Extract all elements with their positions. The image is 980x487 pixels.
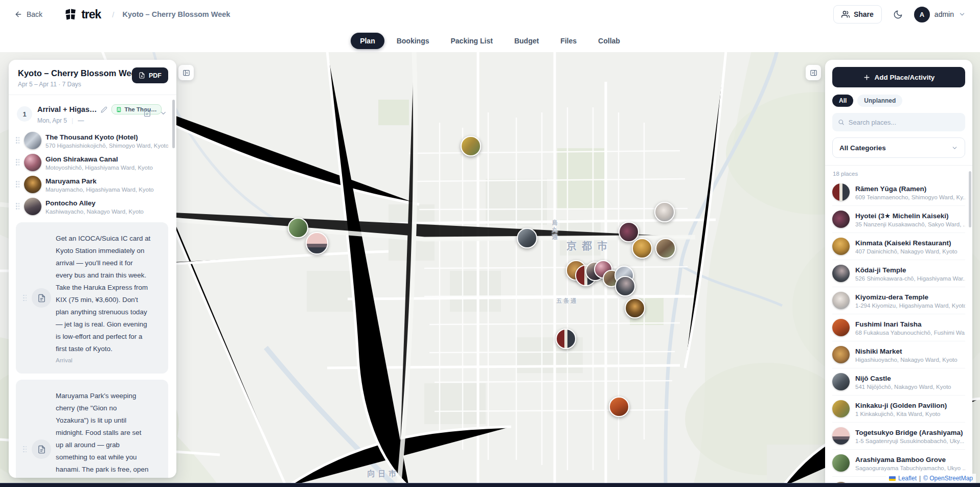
map-photo-marker[interactable] — [625, 298, 645, 318]
plus-icon — [863, 74, 871, 81]
itinerary-panel: Kyoto – Cherry Blossom Week Apr 5 – Apr … — [9, 60, 176, 478]
drag-handle-icon[interactable] — [16, 181, 20, 188]
collapse-left-panel-button[interactable] — [178, 65, 194, 80]
tab-files[interactable]: Files — [551, 33, 586, 49]
map-photo-marker[interactable] — [655, 238, 676, 259]
place-photo-thumb — [832, 211, 850, 228]
places-list-item[interactable]: Kinkaku-ji (Golden Pavilion) 1 Kinkakuji… — [832, 396, 965, 423]
chevron-down-icon — [951, 145, 958, 151]
file-download-icon — [139, 72, 145, 79]
map-photo-marker[interactable] — [556, 329, 576, 349]
drag-handle-icon[interactable] — [23, 295, 27, 302]
category-select[interactable]: All Categories — [832, 137, 965, 158]
map-photo-marker[interactable] — [517, 228, 537, 248]
tab-plan[interactable]: Plan — [351, 33, 384, 49]
chevron-down-icon — [959, 11, 966, 18]
openstreetmap-link[interactable]: © OpenStreetMap — [923, 475, 973, 482]
places-list-item[interactable]: Kōdai-ji Temple 526 Shimokawara-chō, Hig… — [832, 260, 965, 287]
places-scrollbar[interactable] — [969, 171, 971, 227]
theme-toggle-button[interactable] — [893, 10, 903, 19]
note-tag: Arrival — [56, 357, 151, 363]
search-input[interactable] — [849, 119, 960, 126]
place-address: 35 Nanzenji Kusakawachō, Sakyo Ward, ... — [855, 221, 965, 227]
edit-pencil-icon[interactable] — [101, 106, 107, 113]
note-file-icon — [32, 288, 51, 308]
panel-right-collapse-icon — [810, 69, 817, 77]
day-separator: | — [72, 117, 73, 124]
place-photo-thumb — [832, 319, 850, 336]
itinerary-scroll-area[interactable]: 1 Arrival + Higas… The Thou… Mon, Apr 5 … — [9, 95, 176, 478]
itinerary-place-row[interactable]: Gion Shirakawa Canal Motoyoshichō, Higas… — [15, 151, 169, 173]
moon-icon — [893, 10, 903, 19]
ukraine-flag-icon — [889, 476, 896, 481]
place-address: 1-294 Kiyomizu, Higashiyama Ward, Kyoto — [855, 303, 965, 309]
place-photo-thumb — [832, 373, 850, 390]
filter-all[interactable]: All — [832, 95, 853, 107]
map-photo-marker[interactable] — [461, 136, 481, 156]
bottom-window-edge — [0, 483, 980, 487]
itinerary-place-row[interactable]: Maruyama Park Maruyamacho, Higashiyama W… — [15, 173, 169, 195]
drag-handle-icon[interactable] — [16, 137, 20, 144]
place-name: Fushimi Inari Taisha — [855, 320, 922, 328]
map-photo-marker[interactable] — [288, 218, 308, 238]
place-name: Pontocho Alley — [45, 199, 96, 207]
map-photo-marker[interactable] — [306, 232, 328, 254]
leaflet-link[interactable]: Leaflet — [898, 475, 917, 482]
places-list-item[interactable]: Hyotei (3★ Michelin Kaiseki) 35 Nanzenji… — [832, 206, 965, 233]
places-list-item[interactable]: Nishiki Market Higashiuoyacho, Nakagyo W… — [832, 341, 965, 368]
filter-unplanned[interactable]: Unplanned — [857, 95, 902, 107]
place-photo-thumb — [24, 176, 41, 193]
place-address: 570 Higashishiokojichō, Shimogyo Ward, K… — [45, 143, 168, 149]
share-button[interactable]: Share — [833, 5, 882, 24]
collapse-right-panel-button[interactable] — [806, 65, 821, 80]
map-photo-marker[interactable] — [615, 276, 635, 296]
places-list-item[interactable]: Nijō Castle 541 Nijōjōchō, Nakagyo Ward,… — [832, 368, 965, 396]
place-address: Sagaogurayama Tabuchiyamacho, Ukyo ... — [855, 465, 965, 471]
app-logo[interactable]: trek — [64, 8, 101, 21]
map-photo-marker[interactable] — [654, 202, 675, 222]
places-list-item[interactable]: Kiyomizu-dera Temple 1-294 Kiyomizu, Hig… — [832, 287, 965, 314]
pdf-label: PDF — [149, 72, 162, 79]
drag-handle-icon[interactable] — [23, 446, 27, 453]
user-menu[interactable]: A admin — [914, 7, 966, 22]
places-count: 18 places — [832, 166, 965, 179]
add-place-button[interactable]: Add Place/Activity — [832, 67, 965, 87]
tab-collab[interactable]: Collab — [589, 33, 629, 49]
places-list-item[interactable]: Fushimi Inari Taisha 68 Fukakusa Yabunou… — [832, 314, 965, 341]
place-photo-thumb — [832, 346, 850, 363]
place-address: 541 Nijōjōchō, Nakagyo Ward, Kyoto — [855, 384, 965, 390]
note-card-evening[interactable]: Maruyama Park's weeping cherry (the "Gio… — [16, 380, 168, 478]
itinerary-scrollbar[interactable] — [172, 100, 175, 148]
export-pdf-button[interactable]: PDF — [132, 67, 168, 83]
place-address: Kashiwayacho, Nakagyo Ward, Kyoto — [45, 208, 168, 215]
places-list-item[interactable]: Kinmata (Kaiseki Restaurant) 407 Dainich… — [832, 233, 965, 260]
back-arrow-icon — [14, 10, 22, 18]
map-photo-marker[interactable] — [632, 238, 652, 259]
place-address: 1-5 Sagatenryuji Susukinobabachō, Uky... — [855, 438, 965, 444]
map-photo-marker[interactable] — [619, 222, 639, 242]
places-list-item[interactable]: Togetsukyo Bridge (Arashiyama) 1-5 Sagat… — [832, 423, 965, 450]
place-name: The Thousand Kyoto (Hotel) — [45, 133, 138, 141]
back-button[interactable]: Back — [14, 10, 42, 18]
places-panel: Add Place/Activity All Unplanned All Cat… — [825, 60, 972, 487]
note-card-arrival[interactable]: Get an ICOCA/Suica IC card at Kyoto Stat… — [16, 222, 168, 374]
map-photo-marker[interactable] — [609, 397, 629, 417]
map-attribution: Leaflet | © OpenStreetMap — [886, 474, 976, 483]
drag-handle-icon[interactable] — [16, 203, 20, 210]
places-search[interactable] — [832, 113, 965, 131]
place-address: 1 Kinkakujichō, Kita Ward, Kyoto — [855, 411, 965, 417]
place-address: 526 Shimokawara-chō, Higashiyama War... — [855, 275, 965, 282]
itinerary-place-row[interactable]: Pontocho Alley Kashiwayacho, Nakagyo War… — [15, 195, 169, 217]
tab-budget[interactable]: Budget — [505, 33, 548, 49]
place-photo-thumb — [832, 183, 850, 201]
people-icon — [841, 10, 850, 18]
drag-handle-icon[interactable] — [16, 159, 20, 166]
tab-bookings[interactable]: Bookings — [388, 33, 439, 49]
places-list-item[interactable]: Arashiyama Bamboo Grove Sagaogurayama Ta… — [832, 450, 965, 477]
day-chevron-icon[interactable] — [159, 109, 167, 117]
day-row-1[interactable]: 1 Arrival + Higas… The Thou… Mon, Apr 5 … — [15, 100, 169, 129]
day-note-icon[interactable] — [143, 109, 151, 117]
places-list-item[interactable]: Rāmen Yūga (Ramen) 609 Teianmaenocho, Sh… — [832, 179, 965, 206]
itinerary-place-row[interactable]: The Thousand Kyoto (Hotel) 570 Higashish… — [15, 129, 169, 151]
tab-packing-list[interactable]: Packing List — [441, 33, 502, 49]
